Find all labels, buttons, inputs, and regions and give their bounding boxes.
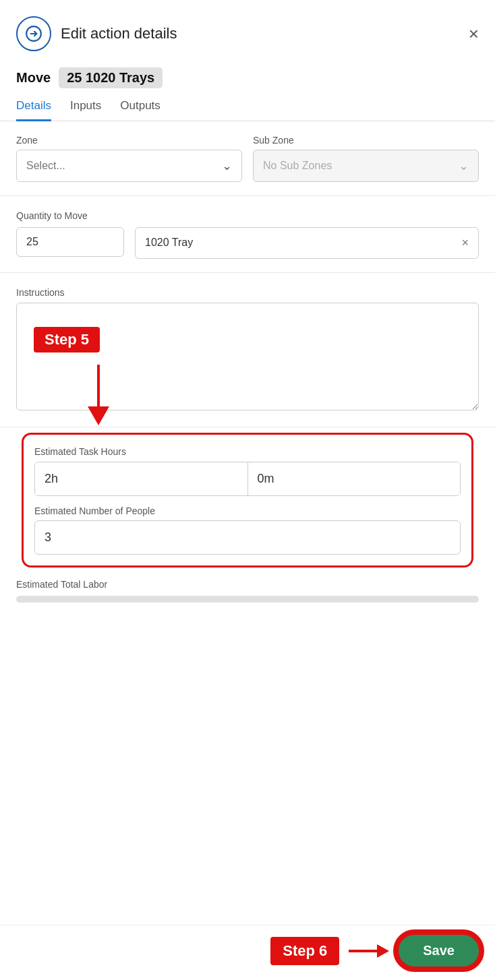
est-hours-row xyxy=(34,462,461,496)
est-hours-input[interactable] xyxy=(35,462,248,495)
tabs: Details Inputs Outputs xyxy=(0,99,495,121)
header: Edit action details × xyxy=(0,0,495,62)
step5-badge: Step 5 xyxy=(34,327,100,353)
est-task-hours-label: Estimated Task Hours xyxy=(34,446,126,457)
highlighted-section: Estimated Task Hours Estimated Number of… xyxy=(22,433,473,568)
quantity-label: Quantity to Move xyxy=(16,210,88,221)
instructions-section: Instructions Step 5 xyxy=(0,273,495,427)
instructions-label: Instructions xyxy=(16,287,65,298)
step6-arrow-icon xyxy=(349,942,389,960)
zone-chevron-icon: ⌄ xyxy=(222,158,232,173)
svg-marker-5 xyxy=(377,944,389,958)
move-badge: 25 1020 Trays xyxy=(59,67,163,88)
est-minutes-input[interactable] xyxy=(248,462,461,495)
tray-clear-icon[interactable]: × xyxy=(461,236,469,250)
zone-label: Zone xyxy=(16,135,242,146)
tab-outputs[interactable]: Outputs xyxy=(120,99,161,121)
zone-select[interactable]: Select... ⌄ xyxy=(16,150,242,182)
save-button[interactable]: Save xyxy=(399,935,479,967)
svg-marker-3 xyxy=(88,406,109,425)
tray-type-input[interactable]: 1020 Tray × xyxy=(135,227,479,259)
step5-annotation: Step 5 xyxy=(34,327,100,353)
footer-actions: Step 6 Save xyxy=(270,935,479,967)
quantity-section: Quantity to Move 1020 Tray × xyxy=(0,196,495,273)
est-people-label: Estimated Number of People xyxy=(34,506,461,516)
subzone-chevron-icon: ⌄ xyxy=(459,158,469,173)
footer: Step 6 Save xyxy=(0,925,495,980)
zone-field-group: Zone Select... ⌄ xyxy=(16,135,242,182)
quantity-amount-input[interactable] xyxy=(16,227,124,257)
step6-badge: Step 6 xyxy=(270,937,339,965)
step5-arrow xyxy=(78,365,119,428)
est-people-input[interactable] xyxy=(34,520,461,555)
arrow-right-icon xyxy=(25,25,42,42)
quantity-row: 1020 Tray × xyxy=(16,227,479,259)
header-title: Edit action details xyxy=(61,25,177,42)
modal: Edit action details × Move 25 1020 Trays… xyxy=(0,0,495,980)
tab-inputs[interactable]: Inputs xyxy=(70,99,101,121)
subzone-value: No Sub Zones xyxy=(263,160,332,172)
close-button[interactable]: × xyxy=(469,25,479,42)
total-labor-section: Estimated Total Labor xyxy=(0,568,495,603)
subzone-field-group: Sub Zone No Sub Zones ⌄ xyxy=(253,135,479,182)
tray-type-label: 1020 Tray xyxy=(145,237,193,249)
zone-placeholder: Select... xyxy=(26,160,65,172)
step5-arrow-svg xyxy=(78,365,119,425)
header-left: Edit action details xyxy=(16,16,177,51)
total-labor-label: Estimated Total Labor xyxy=(16,579,107,590)
qty-input-group xyxy=(16,227,124,259)
zone-row: Zone Select... ⌄ Sub Zone No Sub Zones ⌄ xyxy=(16,135,479,182)
subzone-select: No Sub Zones ⌄ xyxy=(253,150,479,182)
tab-details[interactable]: Details xyxy=(16,99,51,121)
total-labor-bar xyxy=(16,596,479,603)
zone-section: Zone Select... ⌄ Sub Zone No Sub Zones ⌄ xyxy=(0,121,495,196)
content-area: Zone Select... ⌄ Sub Zone No Sub Zones ⌄… xyxy=(0,121,495,981)
subzone-label: Sub Zone xyxy=(253,135,479,146)
arrow-circle-icon xyxy=(16,16,51,51)
move-row: Move 25 1020 Trays xyxy=(0,62,495,99)
highlighted-wrapper: Estimated Task Hours Estimated Number of… xyxy=(11,433,484,568)
move-label: Move xyxy=(16,70,51,86)
